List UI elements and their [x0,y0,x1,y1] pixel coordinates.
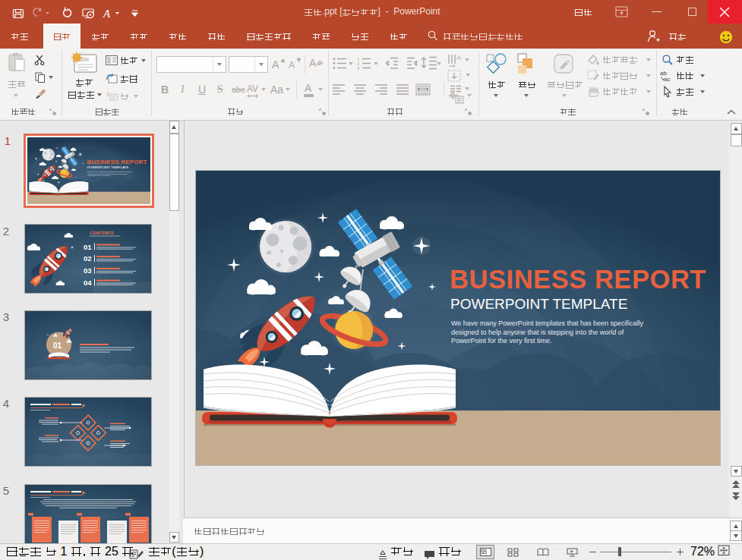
svg-text:POWERPOINT TEMPLATE: POWERPOINT TEMPLATE [450,296,627,312]
svg-text:ac: ac [664,76,670,82]
svg-text:PowerPoint for the very first: PowerPoint for the very first time. [451,337,552,344]
svg-text:A: A [103,8,111,20]
svg-text:BUSINESS REPORT: BUSINESS REPORT [450,265,706,294]
svg-text:designed to help anyone that i: designed to help anyone that is stepping… [451,329,624,336]
svg-text:3: 3 [357,66,360,71]
svg-text:A: A [456,54,461,61]
svg-text:We have many PowerPoint templa: We have many PowerPoint templates that h… [451,319,643,327]
